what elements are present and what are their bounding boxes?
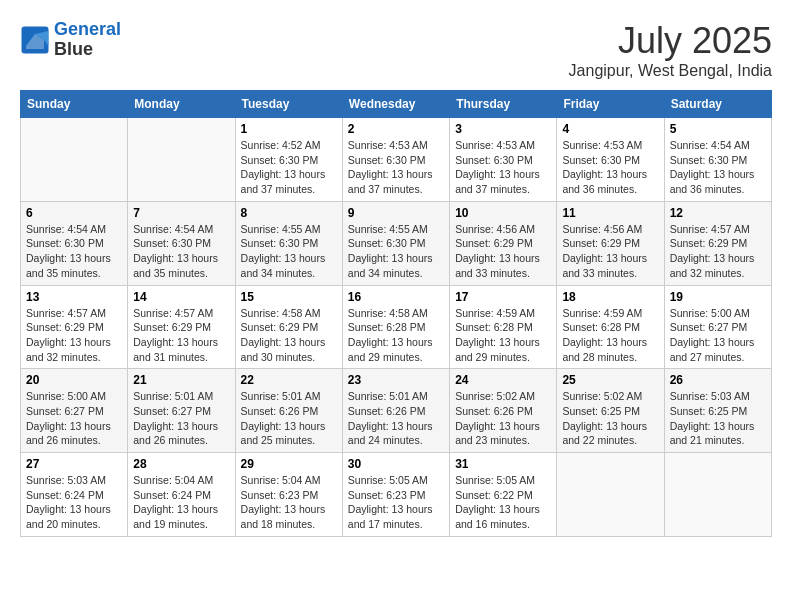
- day-number: 26: [670, 373, 766, 387]
- weekday-header-saturday: Saturday: [664, 91, 771, 118]
- day-info: Sunrise: 5:05 AM Sunset: 6:22 PM Dayligh…: [455, 473, 551, 532]
- day-info: Sunrise: 5:03 AM Sunset: 6:24 PM Dayligh…: [26, 473, 122, 532]
- calendar-cell: 31Sunrise: 5:05 AM Sunset: 6:22 PM Dayli…: [450, 453, 557, 537]
- weekday-header-friday: Friday: [557, 91, 664, 118]
- day-info: Sunrise: 4:58 AM Sunset: 6:28 PM Dayligh…: [348, 306, 444, 365]
- day-number: 30: [348, 457, 444, 471]
- week-row-3: 13Sunrise: 4:57 AM Sunset: 6:29 PM Dayli…: [21, 285, 772, 369]
- weekday-header-tuesday: Tuesday: [235, 91, 342, 118]
- day-info: Sunrise: 5:00 AM Sunset: 6:27 PM Dayligh…: [26, 389, 122, 448]
- calendar-cell: 21Sunrise: 5:01 AM Sunset: 6:27 PM Dayli…: [128, 369, 235, 453]
- day-info: Sunrise: 4:54 AM Sunset: 6:30 PM Dayligh…: [133, 222, 229, 281]
- calendar-cell: 1Sunrise: 4:52 AM Sunset: 6:30 PM Daylig…: [235, 118, 342, 202]
- day-info: Sunrise: 5:01 AM Sunset: 6:27 PM Dayligh…: [133, 389, 229, 448]
- day-number: 13: [26, 290, 122, 304]
- day-info: Sunrise: 4:57 AM Sunset: 6:29 PM Dayligh…: [26, 306, 122, 365]
- calendar-cell: 13Sunrise: 4:57 AM Sunset: 6:29 PM Dayli…: [21, 285, 128, 369]
- day-info: Sunrise: 4:52 AM Sunset: 6:30 PM Dayligh…: [241, 138, 337, 197]
- weekday-header-wednesday: Wednesday: [342, 91, 449, 118]
- day-info: Sunrise: 4:56 AM Sunset: 6:29 PM Dayligh…: [455, 222, 551, 281]
- day-info: Sunrise: 4:56 AM Sunset: 6:29 PM Dayligh…: [562, 222, 658, 281]
- day-number: 29: [241, 457, 337, 471]
- calendar-cell: [557, 453, 664, 537]
- day-number: 22: [241, 373, 337, 387]
- day-number: 24: [455, 373, 551, 387]
- day-info: Sunrise: 5:03 AM Sunset: 6:25 PM Dayligh…: [670, 389, 766, 448]
- calendar-cell: 25Sunrise: 5:02 AM Sunset: 6:25 PM Dayli…: [557, 369, 664, 453]
- week-row-4: 20Sunrise: 5:00 AM Sunset: 6:27 PM Dayli…: [21, 369, 772, 453]
- day-info: Sunrise: 4:54 AM Sunset: 6:30 PM Dayligh…: [26, 222, 122, 281]
- calendar-cell: 24Sunrise: 5:02 AM Sunset: 6:26 PM Dayli…: [450, 369, 557, 453]
- month-title: July 2025: [569, 20, 772, 62]
- logo-text: General Blue: [54, 20, 121, 60]
- calendar-cell: 11Sunrise: 4:56 AM Sunset: 6:29 PM Dayli…: [557, 201, 664, 285]
- day-number: 14: [133, 290, 229, 304]
- weekday-header-thursday: Thursday: [450, 91, 557, 118]
- day-info: Sunrise: 5:04 AM Sunset: 6:24 PM Dayligh…: [133, 473, 229, 532]
- logo-icon: [20, 25, 50, 55]
- calendar-cell: 7Sunrise: 4:54 AM Sunset: 6:30 PM Daylig…: [128, 201, 235, 285]
- calendar-cell: 16Sunrise: 4:58 AM Sunset: 6:28 PM Dayli…: [342, 285, 449, 369]
- weekday-header-monday: Monday: [128, 91, 235, 118]
- calendar-cell: 8Sunrise: 4:55 AM Sunset: 6:30 PM Daylig…: [235, 201, 342, 285]
- day-info: Sunrise: 5:00 AM Sunset: 6:27 PM Dayligh…: [670, 306, 766, 365]
- calendar-cell: 15Sunrise: 4:58 AM Sunset: 6:29 PM Dayli…: [235, 285, 342, 369]
- day-number: 7: [133, 206, 229, 220]
- day-info: Sunrise: 4:59 AM Sunset: 6:28 PM Dayligh…: [562, 306, 658, 365]
- day-number: 10: [455, 206, 551, 220]
- calendar-cell: 10Sunrise: 4:56 AM Sunset: 6:29 PM Dayli…: [450, 201, 557, 285]
- day-number: 21: [133, 373, 229, 387]
- calendar-cell: 14Sunrise: 4:57 AM Sunset: 6:29 PM Dayli…: [128, 285, 235, 369]
- calendar-cell: 20Sunrise: 5:00 AM Sunset: 6:27 PM Dayli…: [21, 369, 128, 453]
- day-number: 3: [455, 122, 551, 136]
- day-number: 25: [562, 373, 658, 387]
- day-info: Sunrise: 4:53 AM Sunset: 6:30 PM Dayligh…: [348, 138, 444, 197]
- day-number: 28: [133, 457, 229, 471]
- title-block: July 2025 Jangipur, West Bengal, India: [569, 20, 772, 80]
- week-row-5: 27Sunrise: 5:03 AM Sunset: 6:24 PM Dayli…: [21, 453, 772, 537]
- calendar-cell: 22Sunrise: 5:01 AM Sunset: 6:26 PM Dayli…: [235, 369, 342, 453]
- calendar-cell: 4Sunrise: 4:53 AM Sunset: 6:30 PM Daylig…: [557, 118, 664, 202]
- logo-line1: General: [54, 19, 121, 39]
- day-info: Sunrise: 4:59 AM Sunset: 6:28 PM Dayligh…: [455, 306, 551, 365]
- day-number: 11: [562, 206, 658, 220]
- calendar-cell: [21, 118, 128, 202]
- calendar-cell: 17Sunrise: 4:59 AM Sunset: 6:28 PM Dayli…: [450, 285, 557, 369]
- day-number: 9: [348, 206, 444, 220]
- calendar-cell: 23Sunrise: 5:01 AM Sunset: 6:26 PM Dayli…: [342, 369, 449, 453]
- day-info: Sunrise: 4:54 AM Sunset: 6:30 PM Dayligh…: [670, 138, 766, 197]
- day-number: 27: [26, 457, 122, 471]
- day-number: 2: [348, 122, 444, 136]
- day-info: Sunrise: 4:55 AM Sunset: 6:30 PM Dayligh…: [348, 222, 444, 281]
- calendar-cell: 26Sunrise: 5:03 AM Sunset: 6:25 PM Dayli…: [664, 369, 771, 453]
- calendar-cell: 27Sunrise: 5:03 AM Sunset: 6:24 PM Dayli…: [21, 453, 128, 537]
- calendar-cell: 12Sunrise: 4:57 AM Sunset: 6:29 PM Dayli…: [664, 201, 771, 285]
- calendar-table: SundayMondayTuesdayWednesdayThursdayFrid…: [20, 90, 772, 537]
- weekday-header-row: SundayMondayTuesdayWednesdayThursdayFrid…: [21, 91, 772, 118]
- day-info: Sunrise: 4:58 AM Sunset: 6:29 PM Dayligh…: [241, 306, 337, 365]
- page-header: General Blue July 2025 Jangipur, West Be…: [20, 20, 772, 80]
- day-number: 1: [241, 122, 337, 136]
- day-info: Sunrise: 4:53 AM Sunset: 6:30 PM Dayligh…: [562, 138, 658, 197]
- day-number: 4: [562, 122, 658, 136]
- week-row-2: 6Sunrise: 4:54 AM Sunset: 6:30 PM Daylig…: [21, 201, 772, 285]
- calendar-cell: [128, 118, 235, 202]
- week-row-1: 1Sunrise: 4:52 AM Sunset: 6:30 PM Daylig…: [21, 118, 772, 202]
- day-number: 5: [670, 122, 766, 136]
- calendar-cell: 18Sunrise: 4:59 AM Sunset: 6:28 PM Dayli…: [557, 285, 664, 369]
- calendar-cell: 19Sunrise: 5:00 AM Sunset: 6:27 PM Dayli…: [664, 285, 771, 369]
- day-number: 16: [348, 290, 444, 304]
- day-info: Sunrise: 4:57 AM Sunset: 6:29 PM Dayligh…: [670, 222, 766, 281]
- day-info: Sunrise: 5:01 AM Sunset: 6:26 PM Dayligh…: [241, 389, 337, 448]
- day-number: 20: [26, 373, 122, 387]
- calendar-cell: 2Sunrise: 4:53 AM Sunset: 6:30 PM Daylig…: [342, 118, 449, 202]
- day-number: 19: [670, 290, 766, 304]
- calendar-cell: 5Sunrise: 4:54 AM Sunset: 6:30 PM Daylig…: [664, 118, 771, 202]
- calendar-cell: 3Sunrise: 4:53 AM Sunset: 6:30 PM Daylig…: [450, 118, 557, 202]
- day-number: 8: [241, 206, 337, 220]
- location: Jangipur, West Bengal, India: [569, 62, 772, 80]
- day-number: 31: [455, 457, 551, 471]
- weekday-header-sunday: Sunday: [21, 91, 128, 118]
- logo-line2: Blue: [54, 40, 121, 60]
- day-number: 6: [26, 206, 122, 220]
